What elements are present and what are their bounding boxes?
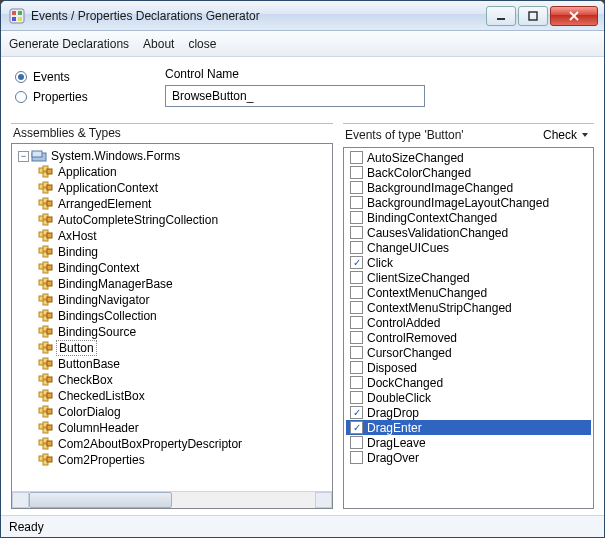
menu-about[interactable]: About	[143, 37, 174, 51]
event-row[interactable]: ClientSizeChanged	[346, 270, 591, 285]
event-row[interactable]: ControlAdded	[346, 315, 591, 330]
svg-rect-1	[12, 11, 16, 15]
scroll-right-button[interactable]	[315, 492, 332, 508]
checkbox-icon[interactable]	[350, 181, 363, 194]
radio-events-label: Events	[33, 70, 70, 84]
class-icon	[38, 197, 54, 211]
event-label: Click	[367, 256, 393, 270]
event-row[interactable]: BackgroundImageChanged	[346, 180, 591, 195]
tree-type-row[interactable]: Button	[14, 340, 330, 356]
tree-type-label: Com2Properties	[56, 453, 147, 467]
tree-root-row[interactable]: − System.Windows.Forms	[14, 148, 330, 164]
statusbar: Ready	[1, 515, 604, 537]
event-row[interactable]: Disposed	[346, 360, 591, 375]
assemblies-tree-body[interactable]: − System.Windows.Forms ApplicationApplic…	[11, 143, 333, 509]
checkbox-icon[interactable]	[350, 166, 363, 179]
checkbox-icon[interactable]	[350, 316, 363, 329]
checkbox-icon[interactable]	[350, 151, 363, 164]
check-dropdown[interactable]: Check	[539, 126, 592, 144]
checkbox-icon[interactable]	[350, 241, 363, 254]
close-button[interactable]	[550, 6, 598, 26]
event-row[interactable]: DragDrop	[346, 405, 591, 420]
event-row[interactable]: DragLeave	[346, 435, 591, 450]
tree-type-row[interactable]: BindingNavigator	[14, 292, 330, 308]
event-row[interactable]: BackgroundImageLayoutChanged	[346, 195, 591, 210]
checkbox-icon[interactable]	[350, 346, 363, 359]
svg-rect-5	[497, 18, 505, 20]
tree-type-row[interactable]: Com2Properties	[14, 452, 330, 468]
tree-type-row[interactable]: AutoCompleteStringCollection	[14, 212, 330, 228]
event-row[interactable]: BindingContextChanged	[346, 210, 591, 225]
tree-type-row[interactable]: ApplicationContext	[14, 180, 330, 196]
checkbox-icon[interactable]	[350, 391, 363, 404]
event-row[interactable]: CausesValidationChanged	[346, 225, 591, 240]
events-header: Events of type 'Button'	[345, 128, 464, 142]
tree-type-row[interactable]: ColumnHeader	[14, 420, 330, 436]
menu-close[interactable]: close	[188, 37, 216, 51]
tree-type-row[interactable]: Com2AboutBoxPropertyDescriptor	[14, 436, 330, 452]
titlebar[interactable]: Events / Properties Declarations Generat…	[1, 1, 604, 31]
event-row[interactable]: ChangeUICues	[346, 240, 591, 255]
minimize-button[interactable]	[486, 6, 516, 26]
checkbox-icon[interactable]	[350, 406, 363, 419]
tree-type-row[interactable]: ArrangedElement	[14, 196, 330, 212]
tree-type-row[interactable]: BindingManagerBase	[14, 276, 330, 292]
maximize-button[interactable]	[518, 6, 548, 26]
event-label: DragDrop	[367, 406, 419, 420]
checkbox-icon[interactable]	[350, 361, 363, 374]
assemblies-panel: Assemblies & Types − System.Windows.Form…	[11, 123, 333, 509]
tree-type-row[interactable]: BindingsCollection	[14, 308, 330, 324]
checkbox-icon[interactable]	[350, 226, 363, 239]
tree-type-row[interactable]: Binding	[14, 244, 330, 260]
event-row[interactable]: DockChanged	[346, 375, 591, 390]
event-label: DockChanged	[367, 376, 443, 390]
checkbox-icon[interactable]	[350, 211, 363, 224]
scroll-thumb[interactable]	[29, 492, 172, 508]
menu-generate-declarations[interactable]: Generate Declarations	[9, 37, 129, 51]
scroll-left-button[interactable]	[12, 492, 29, 508]
checkbox-icon[interactable]	[350, 421, 363, 434]
tree-type-row[interactable]: CheckedListBox	[14, 388, 330, 404]
checkbox-icon[interactable]	[350, 256, 363, 269]
event-row[interactable]: BackColorChanged	[346, 165, 591, 180]
expander-minus-icon[interactable]: −	[18, 151, 29, 162]
horizontal-scrollbar[interactable]	[12, 491, 332, 508]
events-list-body[interactable]: AutoSizeChangedBackColorChangedBackgroun…	[343, 147, 594, 509]
tree-type-row[interactable]: BindingSource	[14, 324, 330, 340]
event-row[interactable]: DragOver	[346, 450, 591, 465]
tree-type-row[interactable]: CheckBox	[14, 372, 330, 388]
event-row[interactable]: CursorChanged	[346, 345, 591, 360]
control-name-input[interactable]	[165, 85, 425, 107]
event-row[interactable]: DoubleClick	[346, 390, 591, 405]
checkbox-icon[interactable]	[350, 331, 363, 344]
tree-type-row[interactable]: AxHost	[14, 228, 330, 244]
event-row[interactable]: DragEnter	[346, 420, 591, 435]
checkbox-icon[interactable]	[350, 271, 363, 284]
checkbox-icon[interactable]	[350, 376, 363, 389]
tree-type-label: Button	[56, 340, 97, 356]
radio-events[interactable]: Events	[15, 70, 165, 84]
event-label: DragEnter	[367, 421, 422, 435]
event-row[interactable]: ContextMenuStripChanged	[346, 300, 591, 315]
checkbox-icon[interactable]	[350, 436, 363, 449]
class-icon	[38, 437, 54, 451]
checkbox-icon[interactable]	[350, 196, 363, 209]
events-checklist[interactable]: AutoSizeChangedBackColorChangedBackgroun…	[344, 148, 593, 467]
event-row[interactable]: ControlRemoved	[346, 330, 591, 345]
event-row[interactable]: Click	[346, 255, 591, 270]
tree-type-row[interactable]: Application	[14, 164, 330, 180]
checkbox-icon[interactable]	[350, 286, 363, 299]
tree-type-row[interactable]: ColorDialog	[14, 404, 330, 420]
scroll-track[interactable]	[29, 492, 315, 508]
class-icon	[38, 453, 54, 467]
tree-type-label: Binding	[56, 245, 100, 259]
event-row[interactable]: AutoSizeChanged	[346, 150, 591, 165]
checkbox-icon[interactable]	[350, 451, 363, 464]
radio-properties[interactable]: Properties	[15, 90, 165, 104]
checkbox-icon[interactable]	[350, 301, 363, 314]
assemblies-tree[interactable]: − System.Windows.Forms ApplicationApplic…	[12, 144, 332, 491]
event-row[interactable]: ContextMenuChanged	[346, 285, 591, 300]
class-icon	[38, 245, 54, 259]
tree-type-row[interactable]: BindingContext	[14, 260, 330, 276]
tree-type-row[interactable]: ButtonBase	[14, 356, 330, 372]
